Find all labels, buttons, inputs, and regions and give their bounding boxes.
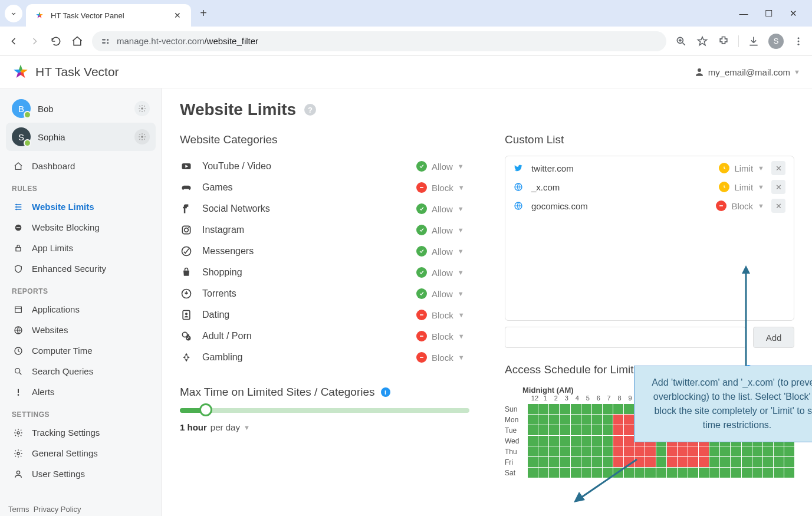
address-bar[interactable]: manage.ht-vector.com/website_filter	[92, 31, 666, 51]
nav-alerts[interactable]: Alerts	[6, 382, 156, 402]
schedule-cell[interactable]	[581, 436, 591, 446]
schedule-cell[interactable]	[592, 425, 602, 435]
category-status-dropdown[interactable]: Allow ▼	[416, 161, 469, 172]
schedule-cell[interactable]	[731, 457, 741, 467]
schedule-cell[interactable]	[699, 468, 709, 478]
category-status-dropdown[interactable]: Allow ▼	[416, 288, 469, 299]
brand[interactable]: HT Task Vector	[12, 63, 119, 81]
schedule-cell[interactable]	[784, 457, 794, 467]
schedule-cell[interactable]	[538, 404, 548, 414]
schedule-cell[interactable]	[571, 425, 581, 435]
schedule-cell[interactable]	[624, 446, 634, 456]
window-minimize-button[interactable]: —	[738, 8, 749, 19]
schedule-cell[interactable]	[560, 468, 570, 478]
add-site-input[interactable]	[505, 327, 746, 348]
schedule-cell[interactable]	[763, 468, 773, 478]
schedule-cell[interactable]	[560, 436, 570, 446]
schedule-cell[interactable]	[571, 404, 581, 414]
max-time-slider[interactable]: 1 hour per day ▼	[180, 408, 469, 432]
profile-settings-button[interactable]	[134, 129, 150, 144]
schedule-cell[interactable]	[603, 415, 613, 425]
window-maximize-button[interactable]: ☐	[762, 8, 774, 19]
back-button[interactable]	[7, 35, 20, 48]
schedule-cell[interactable]	[731, 446, 741, 456]
schedule-cell[interactable]	[538, 436, 548, 446]
schedule-cell[interactable]	[709, 446, 719, 456]
schedule-cell[interactable]	[645, 457, 655, 467]
site-status-dropdown[interactable]: Limit ▼	[719, 182, 764, 192]
category-status-dropdown[interactable]: Block ▼	[416, 310, 469, 320]
downloads-button[interactable]	[747, 35, 760, 48]
schedule-cell[interactable]	[581, 404, 591, 414]
site-settings-icon[interactable]	[100, 36, 111, 47]
schedule-cell[interactable]	[603, 436, 613, 446]
nav-user-settings[interactable]: User Settings	[6, 464, 156, 484]
schedule-cell[interactable]	[624, 415, 634, 425]
schedule-cell[interactable]	[528, 415, 538, 425]
schedule-cell[interactable]	[560, 457, 570, 467]
nav-website-blocking[interactable]: Website Blocking	[6, 217, 156, 238]
account-menu[interactable]: my_email@mail.com ▼	[694, 67, 800, 77]
schedule-cell[interactable]	[752, 468, 762, 478]
schedule-cell[interactable]	[752, 446, 762, 456]
remove-site-button[interactable]: ✕	[771, 199, 785, 213]
profile-settings-button[interactable]	[134, 101, 150, 116]
browser-tab[interactable]: HT Task Vector Panel ✕	[26, 4, 191, 27]
schedule-cell[interactable]	[538, 415, 548, 425]
schedule-cell[interactable]	[720, 457, 730, 467]
schedule-cell[interactable]	[667, 457, 677, 467]
category-status-dropdown[interactable]: Block ▼	[416, 182, 469, 193]
schedule-cell[interactable]	[624, 436, 634, 446]
category-status-dropdown[interactable]: Allow ▼	[416, 225, 469, 235]
schedule-cell[interactable]	[571, 436, 581, 446]
schedule-cell[interactable]	[549, 436, 559, 446]
schedule-cell[interactable]	[656, 468, 666, 478]
category-status-dropdown[interactable]: Allow ▼	[416, 246, 469, 257]
schedule-cell[interactable]	[603, 404, 613, 414]
schedule-cell[interactable]	[560, 404, 570, 414]
nav-website-limits[interactable]: Website Limits	[6, 196, 156, 217]
nav-enhanced-security[interactable]: Enhanced Security	[6, 258, 156, 279]
schedule-cell[interactable]	[613, 446, 623, 456]
schedule-cell[interactable]	[560, 446, 570, 456]
schedule-cell[interactable]	[528, 436, 538, 446]
schedule-cell[interactable]	[581, 446, 591, 456]
schedule-cell[interactable]	[720, 468, 730, 478]
schedule-cell[interactable]	[667, 468, 677, 478]
schedule-cell[interactable]	[742, 468, 752, 478]
schedule-cell[interactable]	[549, 425, 559, 435]
schedule-cell[interactable]	[763, 446, 773, 456]
schedule-cell[interactable]	[645, 446, 655, 456]
schedule-cell[interactable]	[528, 457, 538, 467]
category-status-dropdown[interactable]: Allow ▼	[416, 267, 469, 278]
slider-thumb[interactable]	[199, 403, 212, 416]
schedule-cell[interactable]	[571, 415, 581, 425]
schedule-cell[interactable]	[720, 446, 730, 456]
schedule-cell[interactable]	[592, 446, 602, 456]
forward-button[interactable]	[28, 35, 41, 48]
site-status-dropdown[interactable]: Block ▼	[716, 201, 764, 211]
info-button[interactable]: i	[381, 387, 390, 397]
schedule-cell[interactable]	[667, 446, 677, 456]
schedule-cell[interactable]	[613, 415, 623, 425]
schedule-cell[interactable]	[581, 415, 591, 425]
nav-tracking-settings[interactable]: Tracking Settings	[6, 422, 156, 443]
category-status-dropdown[interactable]: Allow ▼	[416, 203, 469, 214]
zoom-button[interactable]	[675, 35, 688, 48]
extensions-button[interactable]	[717, 35, 730, 48]
schedule-cell[interactable]	[731, 468, 741, 478]
schedule-cell[interactable]	[592, 404, 602, 414]
schedule-cell[interactable]	[603, 425, 613, 435]
schedule-cell[interactable]	[528, 446, 538, 456]
schedule-cell[interactable]	[774, 468, 784, 478]
schedule-cell[interactable]	[742, 457, 752, 467]
schedule-cell[interactable]	[549, 457, 559, 467]
schedule-cell[interactable]	[678, 446, 688, 456]
remove-site-button[interactable]: ✕	[771, 180, 785, 194]
add-button[interactable]: Add	[753, 327, 794, 348]
nav-websites[interactable]: Websites	[6, 320, 156, 340]
help-button[interactable]: ?	[304, 104, 316, 116]
window-close-button[interactable]: ✕	[787, 8, 799, 19]
schedule-cell[interactable]	[613, 436, 623, 446]
schedule-cell[interactable]	[603, 446, 613, 456]
